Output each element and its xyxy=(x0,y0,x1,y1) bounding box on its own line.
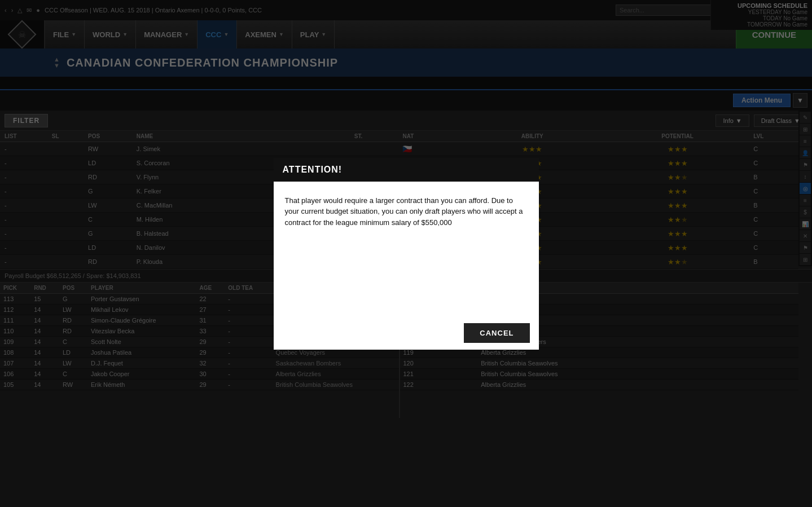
main-layout: ‹ › △ ✉ ● CCC Offseason | WED. AUG. 15 2… xyxy=(0,0,812,507)
attention-modal: ATTENTION! That player would require a l… xyxy=(274,158,539,350)
modal-overlay: ATTENTION! That player would require a l… xyxy=(0,0,812,507)
modal-header: ATTENTION! xyxy=(274,158,539,182)
cancel-button[interactable]: CANCEL xyxy=(464,323,529,343)
modal-message: That player would require a larger contr… xyxy=(285,195,528,228)
modal-body: That player would require a larger contr… xyxy=(274,182,539,316)
modal-footer: CANCEL xyxy=(274,316,539,350)
